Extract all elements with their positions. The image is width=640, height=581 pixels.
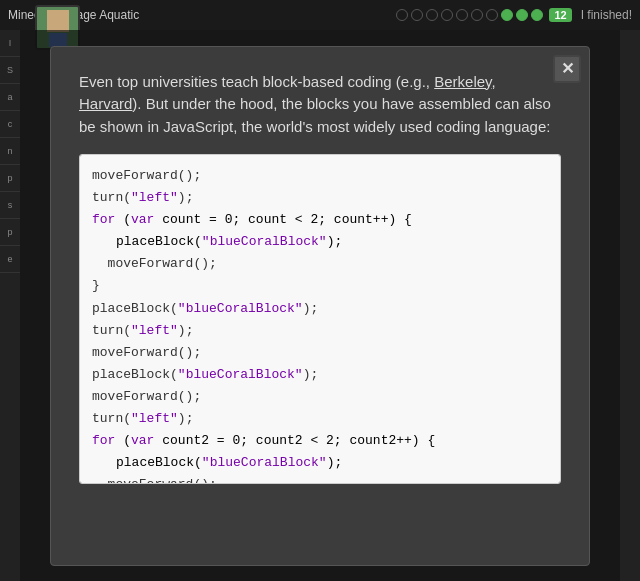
left-sidebar: I S a c n p s p e (0, 30, 20, 581)
code-line-9: moveForward(); (92, 342, 548, 364)
code-line-6: } (92, 275, 548, 297)
code-line-14: placeBlock("blueCoralBlock"); (92, 452, 548, 474)
sidebar-item-e: e (0, 246, 20, 273)
step-count: 12 (549, 8, 571, 22)
dot-4 (441, 9, 453, 21)
right-sidebar (620, 30, 640, 581)
code-line-5: moveForward(); (92, 253, 548, 275)
top-bar: Minecraft Village Aquatic 12 I finished! (0, 0, 640, 30)
sidebar-item-i: I (0, 30, 20, 57)
character-head (47, 10, 69, 32)
finished-text: I finished! (581, 8, 632, 22)
dot-8 (501, 9, 513, 21)
sidebar-item-p: p (0, 165, 20, 192)
code-line-13: for (var count2 = 0; count2 < 2; count2+… (92, 430, 548, 452)
modal-description: Even top universities teach block-based … (79, 71, 561, 139)
code-line-8: turn("left"); (92, 320, 548, 342)
dot-7 (486, 9, 498, 21)
sidebar-item-s2: s (0, 192, 20, 219)
berkeley-link[interactable]: Berkeley (434, 73, 491, 90)
harvard-link[interactable]: Harvard (79, 95, 132, 112)
sidebar-item-a: a (0, 84, 20, 111)
dot-3 (426, 9, 438, 21)
sidebar-item-s: S (0, 57, 20, 84)
dot-5 (456, 9, 468, 21)
code-line-12: turn("left"); (92, 408, 548, 430)
code-block[interactable]: moveForward(); turn("left"); for (var co… (79, 154, 561, 484)
code-line-11: moveForward(); (92, 386, 548, 408)
code-line-2: turn("left"); (92, 187, 548, 209)
sidebar-item-p2: p (0, 219, 20, 246)
close-button[interactable]: ✕ (553, 55, 581, 83)
code-line-10: placeBlock("blueCoralBlock"); (92, 364, 548, 386)
progress-dots: 12 I finished! (396, 8, 632, 22)
code-line-7: placeBlock("blueCoralBlock"); (92, 298, 548, 320)
modal-overlay: ✕ Even top universities teach block-base… (20, 30, 620, 581)
sidebar-item-c: c (0, 111, 20, 138)
dot-1 (396, 9, 408, 21)
code-line-15: moveForward(); (92, 474, 548, 484)
dot-6 (471, 9, 483, 21)
code-line-1: moveForward(); (92, 165, 548, 187)
sidebar-item-n: n (0, 138, 20, 165)
code-line-4: placeBlock("blueCoralBlock"); (92, 231, 548, 253)
code-line-3: for (var count = 0; count < 2; count++) … (92, 209, 548, 231)
close-icon: ✕ (561, 59, 574, 78)
modal-dialog: ✕ Even top universities teach block-base… (50, 46, 590, 566)
dot-9 (516, 9, 528, 21)
dot-2 (411, 9, 423, 21)
dot-10 (531, 9, 543, 21)
